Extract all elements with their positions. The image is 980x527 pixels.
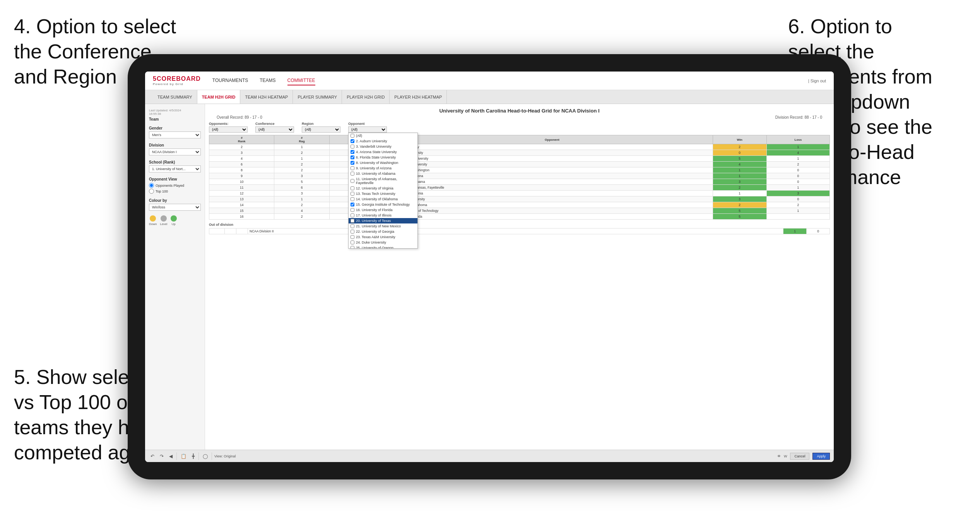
cell-opponent: Auburn University (392, 144, 713, 150)
back-btn[interactable]: ◀ (168, 453, 174, 460)
subnav-h2h-grid[interactable]: TEAM H2H GRID (197, 90, 241, 104)
grid-area: University of North Carolina Head-to-Hea… (205, 104, 834, 450)
region-select[interactable]: (All) (302, 126, 340, 133)
school-select[interactable]: 1. University of Nort... (149, 165, 201, 172)
cell-win: 1 (713, 173, 766, 179)
colour-select[interactable]: Win/loss (149, 204, 201, 211)
division-record: Division Record: 88 - 17 - 0 (775, 115, 822, 119)
opponent-check-15[interactable] (351, 203, 354, 206)
subnav-player-h2h-grid[interactable]: PLAYER H2H GRID (342, 90, 390, 104)
opponent-item-14[interactable]: 14. University of Oklahoma (349, 196, 417, 202)
conference-select[interactable]: (All) (255, 126, 294, 133)
col-win: Win (713, 135, 766, 144)
toolbar-right: 👁 W Cancel Apply (777, 453, 830, 460)
opponent-check-16[interactable] (351, 208, 354, 212)
cell-opponent: University of Arkansas, Fayetteville (392, 185, 713, 191)
top-nav: 5COREBOARD Powered by Grid TOURNAMENTS T… (145, 72, 834, 90)
division-select[interactable]: NCAA Division I (149, 148, 201, 155)
opponent-dropdown-list[interactable]: (All) 2. Auburn University 3. Vanderbilt… (348, 133, 418, 249)
opponent-check-3[interactable] (351, 145, 354, 148)
paste-btn[interactable]: ╋ (190, 453, 196, 460)
nav-sign-out[interactable]: | Sign out (808, 78, 826, 83)
radio-top100[interactable]: Top 100 (149, 189, 201, 194)
copy-btn[interactable]: 📋 (179, 453, 188, 460)
radio-opponents-played[interactable]: Opponents Played (149, 183, 201, 188)
opponent-item-9[interactable]: 9. University of Arizona (349, 165, 417, 171)
nav-teams[interactable]: TEAMS (260, 76, 275, 85)
subnav-h2h-heatmap[interactable]: TEAM H2H HEATMAP (240, 90, 293, 104)
opponent-check-14[interactable] (351, 197, 354, 201)
opponent-check-11[interactable] (351, 179, 354, 183)
table-row: 6 2 Florida State University 4 2 (209, 162, 830, 167)
table-row: 9 3 University of Arizona 1 0 (209, 173, 830, 179)
opponent-check-6[interactable] (351, 155, 354, 159)
opponent-check-23[interactable] (351, 235, 354, 239)
grid-header: University of North Carolina Head-to-Hea… (209, 108, 830, 114)
opponent-item-8[interactable]: 8. University of Washington (349, 160, 417, 165)
table-row: 15 4 Georgia Institute of Technology 5 1 (209, 208, 830, 214)
opponent-check-9[interactable] (351, 166, 354, 170)
opponent-check-12[interactable] (351, 186, 354, 190)
opponent-item-21[interactable]: 21. University of New Mexico (349, 223, 417, 229)
sidebar: Last Updated: 4/5/202416:55:38 Team Gend… (145, 104, 205, 450)
opponent-item-16[interactable]: 16. University of Florida (349, 207, 417, 213)
clock-btn[interactable]: ◯ (201, 453, 209, 460)
opponent-item-2[interactable]: 2. Auburn University (349, 138, 417, 144)
opponent-item-25[interactable]: 25. University of Oregon (349, 245, 417, 249)
opponent-check-13[interactable] (351, 192, 354, 196)
undo-btn[interactable]: ↶ (149, 453, 156, 460)
cell-loss: 2 (766, 202, 829, 208)
subnav-player-h2h-heatmap[interactable]: PLAYER H2H HEATMAP (390, 90, 447, 104)
subnav-team-summary[interactable]: TEAM SUMMARY (153, 90, 197, 104)
redo-btn[interactable]: ↷ (158, 453, 165, 460)
opponent-check-17[interactable] (351, 213, 354, 217)
gender-select[interactable]: Men's (149, 131, 201, 138)
opponent-check-10[interactable] (351, 172, 354, 176)
cell-win: 3 (713, 179, 766, 185)
cell-rag: 1 (274, 156, 329, 162)
timestamp: Last Updated: 4/5/202416:55:38 (149, 109, 201, 116)
opponent-view-section: Opponent View Opponents Played Top 100 (149, 177, 201, 194)
opponent-item-4[interactable]: 4. Arizona State University (349, 149, 417, 155)
opponent-item-3[interactable]: 3. Vanderbilt University (349, 144, 417, 149)
opponent-item-20[interactable]: 20. University of Texas (349, 218, 417, 223)
col-loss: Loss (766, 135, 829, 144)
opponent-item-11[interactable]: 11. University of Arkansas, Fayetteville (349, 176, 417, 186)
cell-win: 2 (713, 185, 766, 191)
opponent-item-23[interactable]: 23. Texas A&M University (349, 234, 417, 240)
radio-opponents-played-input[interactable] (149, 183, 154, 188)
opponent-check-21[interactable] (351, 224, 354, 228)
opponent-check-24[interactable] (351, 240, 354, 244)
opponent-item-15[interactable]: 15. Georgia Institute of Technology (349, 202, 417, 207)
opponent-check-20[interactable] (351, 219, 354, 223)
opponent-check-2[interactable] (351, 139, 354, 143)
table-row: 14 2 University of Oklahoma 2 2 (209, 202, 830, 208)
opponent-item-6[interactable]: 6. Florida State University (349, 155, 417, 160)
opponent-item-13[interactable]: 13. Texas Tech University (349, 191, 417, 196)
opponent-check-all[interactable] (351, 134, 354, 138)
opponents-select[interactable]: (All) (209, 126, 248, 133)
opponent-select[interactable]: (All) (348, 126, 387, 133)
apply-button[interactable]: Apply (812, 453, 830, 460)
nav-tournaments[interactable]: TOURNAMENTS (212, 76, 248, 85)
cell-rank: 3 (209, 150, 274, 156)
radio-top100-input[interactable] (149, 189, 154, 194)
opponent-item-all[interactable]: (All) (349, 133, 417, 138)
opponent-item-24[interactable]: 24. Duke University (349, 240, 417, 245)
cell-opponent: University of Arizona (392, 173, 713, 179)
opponent-item-22[interactable]: 22. University of Georgia (349, 229, 417, 234)
subnav-player-summary[interactable]: PLAYER SUMMARY (293, 90, 342, 104)
nav-committee[interactable]: COMMITTEE (287, 76, 315, 85)
opponent-check-25[interactable] (351, 246, 354, 249)
cell-loss: 1 (766, 208, 829, 214)
cancel-button[interactable]: Cancel (790, 453, 809, 460)
cell-win: 0 (713, 150, 766, 156)
opponent-check-8[interactable] (351, 161, 354, 165)
table-row: 11 6 University of Arkansas, Fayettevill… (209, 185, 830, 191)
opponent-item-17[interactable]: 17. University of Illinois (349, 213, 417, 218)
opponent-item-10[interactable]: 10. University of Alabama (349, 171, 417, 176)
opponent-check-4[interactable] (351, 150, 354, 154)
opponent-item-12[interactable]: 12. University of Virginia (349, 186, 417, 191)
col-rank: #Rank (209, 135, 274, 144)
opponent-check-22[interactable] (351, 230, 354, 234)
